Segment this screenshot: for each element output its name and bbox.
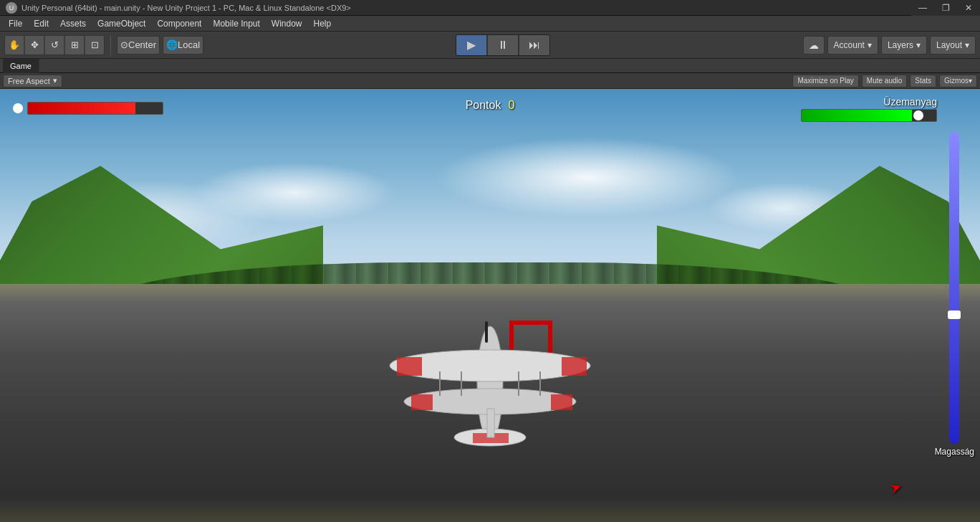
hand-tool-button[interactable]: ✋ [5, 36, 24, 54]
menu-help[interactable]: Help [308, 17, 337, 30]
menu-mobile-input[interactable]: Mobile Input [207, 17, 265, 30]
aspect-label: Free Aspect [8, 77, 50, 85]
stats-button[interactable]: Stats [910, 75, 936, 87]
game-viewport: Pontok 0 Üzemanyag Magasság [0, 89, 980, 522]
aspect-select[interactable]: Free Aspect ▾ [3, 75, 62, 87]
menu-assets[interactable]: Assets [54, 17, 92, 30]
layers-button[interactable]: Layers ▾ [881, 36, 927, 54]
game-tab-bar: Game [0, 59, 980, 73]
scale-tool-button[interactable]: ⊞ [65, 36, 84, 54]
center-icon: ⊙ [120, 39, 128, 50]
separator-1 [110, 35, 111, 55]
layout-label: Layout [936, 40, 962, 50]
title-bar: U Unity Personal (64bit) - main.unity - … [0, 0, 980, 16]
scene-background [0, 89, 980, 522]
right-toolbar: ☁ Account ▾ Layers ▾ Layout ▾ [803, 36, 976, 54]
plane-container [347, 272, 633, 488]
svg-rect-5 [411, 394, 433, 410]
maximize-on-play-button[interactable]: Maximize on Play [792, 75, 858, 87]
step-button[interactable]: ⏭ [519, 35, 549, 55]
window-controls: — ❐ ✕ [911, 0, 980, 16]
gizmos-button[interactable]: Gizmos ▾ [939, 75, 977, 87]
aspect-chevron-icon: ▾ [53, 76, 57, 85]
layers-chevron-icon: ▾ [916, 40, 921, 50]
cloud-button[interactable]: ☁ [803, 36, 825, 54]
pivot-button[interactable]: ⊙ Center [117, 36, 160, 54]
layout-button[interactable]: Layout ▾ [930, 36, 976, 54]
game-toolbar: Free Aspect ▾ Maximize on Play Mute audi… [0, 73, 980, 89]
transform-tools: ✋ ✥ ↺ ⊞ ⊡ [4, 35, 105, 55]
svg-rect-9 [487, 409, 494, 437]
stats-label: Stats [915, 77, 931, 85]
pause-button[interactable]: ⏸ [488, 35, 518, 55]
svg-rect-2 [397, 357, 422, 376]
svg-rect-6 [551, 394, 572, 410]
menu-component[interactable]: Component [151, 17, 207, 30]
gizmos-chevron-icon: ▾ [969, 77, 972, 85]
game-tool-right: Maximize on Play Mute audio Stats Gizmos… [792, 75, 977, 87]
menu-file[interactable]: File [3, 17, 28, 30]
panels: Game Free Aspect ▾ Maximize on Play Mute… [0, 59, 980, 522]
close-button[interactable]: ✕ [957, 0, 980, 16]
game-tab-label: Game [10, 62, 32, 70]
space-button[interactable]: 🌐 Local [163, 36, 203, 54]
layers-label: Layers [888, 40, 913, 50]
game-tab[interactable]: Game [3, 59, 39, 73]
layout-chevron-icon: ▾ [965, 40, 969, 50]
rotate-tool-button[interactable]: ↺ [45, 36, 64, 54]
maximize-button[interactable]: ❐ [934, 0, 957, 16]
account-label: Account [834, 40, 865, 50]
menu-bar: File Edit Assets GameObject Component Mo… [0, 16, 980, 32]
maximize-on-play-label: Maximize on Play [797, 77, 853, 85]
mute-audio-button[interactable]: Mute audio [862, 75, 907, 87]
menu-gameobject[interactable]: GameObject [92, 17, 151, 30]
local-icon: 🌐 [166, 39, 178, 50]
plane-model [347, 272, 633, 488]
unity-icon: U [6, 2, 17, 14]
minimize-button[interactable]: — [911, 0, 934, 16]
svg-rect-3 [562, 357, 587, 376]
rect-tool-button[interactable]: ⊡ [85, 36, 104, 54]
svg-rect-10 [485, 321, 488, 343]
pivot-label: Center [128, 39, 156, 50]
toolbar: ✋ ✥ ↺ ⊞ ⊡ ⊙ Center 🌐 Local ▶ ⏸ ⏭ ☁ Accou… [0, 32, 980, 59]
mute-audio-label: Mute audio [867, 77, 902, 85]
menu-window[interactable]: Window [266, 17, 308, 30]
account-button[interactable]: Account ▾ [827, 36, 878, 54]
move-tool-button[interactable]: ✥ [25, 36, 44, 54]
gizmos-label: Gizmos [944, 77, 969, 85]
play-button[interactable]: ▶ [456, 35, 486, 55]
space-label: Local [178, 39, 200, 50]
game-panel: Game Free Aspect ▾ Maximize on Play Mute… [0, 59, 980, 522]
window-title: Unity Personal (64bit) - main.unity - Ne… [21, 4, 351, 12]
play-controls: ▶ ⏸ ⏭ [456, 34, 550, 56]
menu-edit[interactable]: Edit [28, 17, 54, 30]
account-chevron-icon: ▾ [868, 40, 872, 50]
